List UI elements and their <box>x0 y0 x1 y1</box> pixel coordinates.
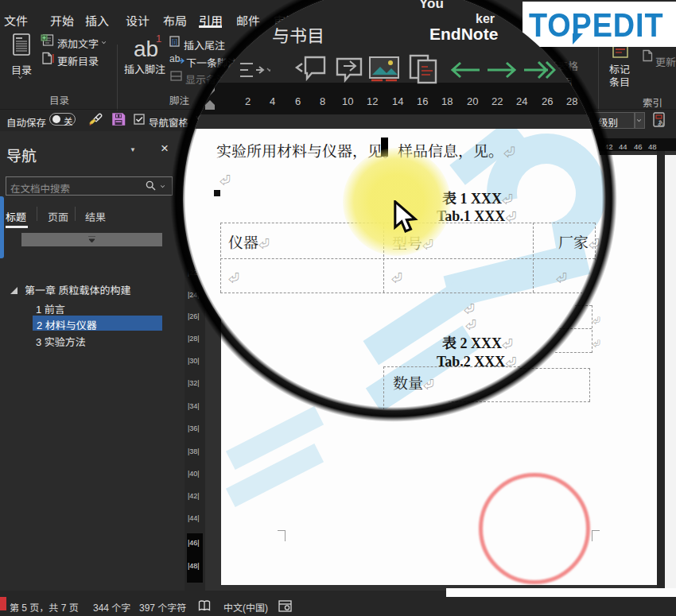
svg-text:[i]: [i] <box>172 38 177 46</box>
svg-text:あ: あ <box>658 118 664 126</box>
